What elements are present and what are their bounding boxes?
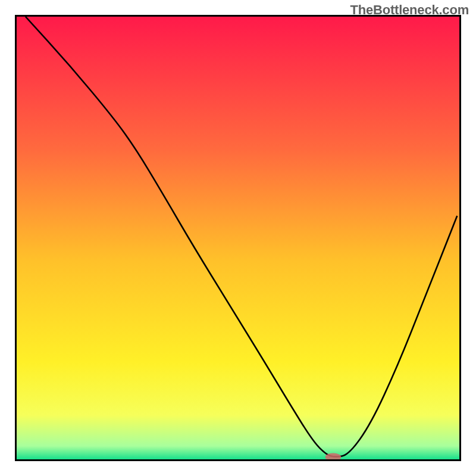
bottleneck-curve <box>26 17 457 456</box>
watermark-text: TheBottleneck.com <box>350 2 469 18</box>
chart-svg <box>17 17 459 459</box>
chart-frame <box>15 15 461 461</box>
